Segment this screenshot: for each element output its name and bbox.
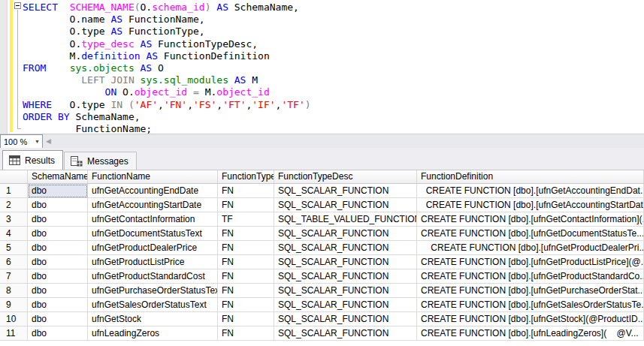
cell-functiontype[interactable]: FN [218, 298, 274, 312]
row-number[interactable]: 2 [0, 198, 28, 212]
row-number[interactable]: 10 [0, 312, 28, 326]
cell-functionname[interactable]: ufnLeadingZeros [88, 326, 218, 341]
cell-functionname[interactable]: ufnGetProductListPrice [88, 255, 218, 269]
cell-functiontype[interactable]: FN [218, 198, 274, 212]
cell-functiontypedesc[interactable]: SQL_TABLE_VALUED_FUNCTION [274, 212, 417, 227]
code-line[interactable]: M.definition AS FunctionDefinition [23, 50, 311, 62]
sql-editor[interactable]: SELECT SCHEMA_NAME(O.schema_id) AS Schem… [0, 0, 644, 134]
cell-schemaname[interactable]: dbo [28, 212, 88, 227]
cell-functiondefinition[interactable]: CREATE FUNCTION [dbo].[ufnGetDocumentSta… [417, 227, 644, 241]
tab-messages-label: Messages [87, 156, 128, 167]
cell-functionname[interactable]: ufnGetAccountingEndDate [88, 184, 218, 198]
cell-functiontypedesc[interactable]: SQL_SCALAR_FUNCTION [274, 198, 417, 212]
row-number[interactable]: 8 [0, 284, 28, 298]
cell-functiontype[interactable]: FN [218, 184, 274, 198]
cell-schemaname[interactable]: dbo [28, 198, 88, 212]
cell-functiontypedesc[interactable]: SQL_SCALAR_FUNCTION [274, 269, 417, 284]
row-number[interactable]: 5 [0, 241, 28, 255]
cell-functiontype[interactable]: FN [218, 255, 274, 269]
cell-functiontypedesc[interactable]: SQL_SCALAR_FUNCTION [274, 241, 417, 255]
cell-schemaname[interactable]: dbo [28, 284, 88, 298]
cell-functionname[interactable]: ufnGetStock [88, 312, 218, 326]
code-line[interactable]: LEFT JOIN sys.sql_modules AS M [23, 74, 311, 86]
results-grid-icon [9, 155, 20, 165]
cell-functionname[interactable]: ufnGetPurchaseOrderStatusText [88, 284, 218, 298]
scrollbar-left-arrow-icon[interactable]: ◀ [46, 137, 51, 146]
cell-functiontype[interactable]: FN [218, 227, 274, 241]
horizontal-scrollbar[interactable] [45, 135, 644, 148]
ssms-query-window: SELECT SCHEMA_NAME(O.schema_id) AS Schem… [0, 0, 644, 346]
zoom-dropdown[interactable]: 100 % ▼ [0, 134, 43, 149]
code-line[interactable]: SELECT SCHEMA_NAME(O.schema_id) AS Schem… [23, 2, 311, 14]
cell-functiondefinition[interactable]: CREATE FUNCTION [dbo].[ufnGetProductList… [417, 255, 644, 269]
cell-functiontype[interactable]: FN [218, 284, 274, 298]
cell-functionname[interactable]: ufnGetSalesOrderStatusText [88, 298, 218, 312]
cell-functiondefinition[interactable]: CREATE FUNCTION [dbo].[ufnGetContactInfo… [417, 212, 644, 227]
cell-functiondefinition[interactable]: CREATE FUNCTION [dbo].[ufnGetProductStan… [417, 269, 644, 284]
cell-functiontypedesc[interactable]: SQL_SCALAR_FUNCTION [274, 312, 417, 326]
cell-schemaname[interactable]: dbo [28, 227, 88, 241]
code-line[interactable]: FROM sys.objects AS O [23, 62, 311, 74]
column-header-schemaname[interactable]: SchemaName [28, 170, 88, 183]
cell-functiondefinition[interactable]: CREATE FUNCTION [dbo].[ufnGetPurchaseOrd… [417, 284, 644, 298]
code-line[interactable]: O.type AS FunctionType, [23, 26, 311, 38]
cell-functiondefinition[interactable]: CREATE FUNCTION [dbo].[ufnGetStock](@Pro… [417, 312, 644, 326]
table-row: 8dboufnGetPurchaseOrderStatusTextFNSQL_S… [0, 284, 644, 298]
cell-functionname[interactable]: ufnGetProductStandardCost [88, 269, 218, 284]
row-number[interactable]: 6 [0, 255, 28, 269]
sql-code[interactable]: SELECT SCHEMA_NAME(O.schema_id) AS Schem… [23, 2, 311, 135]
cell-functiontypedesc[interactable]: SQL_SCALAR_FUNCTION [274, 284, 417, 298]
cell-functiontype[interactable]: FN [218, 241, 274, 255]
cell-functionname[interactable]: ufnGetContactInformation [88, 212, 218, 227]
cell-functiontypedesc[interactable]: SQL_SCALAR_FUNCTION [274, 326, 417, 341]
grid-corner-header[interactable] [0, 170, 28, 183]
table-row: 3dboufnGetContactInformationTFSQL_TABLE_… [0, 212, 644, 227]
grid-body: 1dboufnGetAccountingEndDateFNSQL_SCALAR_… [0, 184, 644, 341]
row-number[interactable]: 3 [0, 212, 28, 227]
code-line[interactable]: O.name AS FunctionName, [23, 14, 311, 26]
row-number[interactable]: 4 [0, 227, 28, 241]
cell-functiontype[interactable]: FN [218, 312, 274, 326]
cell-functiontype[interactable]: TF [218, 212, 274, 227]
cell-functiondefinition[interactable]: CREATE FUNCTION [dbo].[ufnLeadingZeros](… [417, 326, 644, 341]
messages-icon [71, 156, 83, 167]
cell-functiondefinition[interactable]: CREATE FUNCTION [dbo].[ufnGetSalesOrderS… [417, 298, 644, 312]
cell-functiondefinition[interactable]: CREATE FUNCTION [dbo].[ufnGetAccountingE… [417, 184, 644, 198]
row-number[interactable]: 1 [0, 184, 28, 198]
cell-functiontypedesc[interactable]: SQL_SCALAR_FUNCTION [274, 255, 417, 269]
cell-functionname[interactable]: ufnGetAccountingStartDate [88, 198, 218, 212]
row-number[interactable]: 9 [0, 298, 28, 312]
cell-schemaname[interactable]: dbo [28, 326, 88, 341]
collapse-region-icon[interactable] [14, 2, 21, 9]
cell-functiontypedesc[interactable]: SQL_SCALAR_FUNCTION [274, 298, 417, 312]
code-line[interactable]: ON O.object_id = M.object_id [23, 86, 311, 98]
row-number[interactable]: 7 [0, 269, 28, 284]
cell-functiondefinition[interactable]: CREATE FUNCTION [dbo].[ufnGetProductDeal… [417, 241, 644, 255]
cell-functiontype[interactable]: FN [218, 326, 274, 341]
column-header-functionname[interactable]: FunctionName [88, 170, 218, 183]
cell-schemaname[interactable]: dbo [28, 298, 88, 312]
code-line[interactable]: O.type_desc AS FunctionTypeDesc, [23, 38, 311, 50]
grid-header-row: SchemaNameFunctionNameFunctionTypeFuncti… [0, 170, 644, 184]
tab-results[interactable]: Results [2, 150, 63, 170]
cell-functiontypedesc[interactable]: SQL_SCALAR_FUNCTION [274, 184, 417, 198]
tab-results-label: Results [25, 155, 55, 166]
row-number[interactable]: 11 [0, 326, 28, 341]
column-header-functiondefinition[interactable]: FunctionDefinition [417, 170, 644, 183]
cell-functiontypedesc[interactable]: SQL_SCALAR_FUNCTION [274, 227, 417, 241]
cell-schemaname[interactable]: dbo [28, 241, 88, 255]
cell-schemaname[interactable]: dbo [28, 269, 88, 284]
table-row: 5dboufnGetProductDealerPriceFNSQL_SCALAR… [0, 241, 644, 255]
cell-functiontype[interactable]: FN [218, 269, 274, 284]
code-line[interactable]: ORDER BY SchemaName, [23, 111, 311, 123]
cell-functiondefinition[interactable]: CREATE FUNCTION [dbo].[ufnGetAccountingS… [417, 198, 644, 212]
code-line[interactable]: WHERE O.type IN ('AF','FN','FS','FT','IF… [23, 99, 311, 111]
column-header-functiontype[interactable]: FunctionType [218, 170, 274, 183]
column-header-functiontypedesc[interactable]: FunctionTypeDesc [274, 170, 417, 183]
cell-schemaname[interactable]: dbo [28, 184, 88, 198]
cell-schemaname[interactable]: dbo [28, 255, 88, 269]
cell-functionname[interactable]: ufnGetDocumentStatusText [88, 227, 218, 241]
tab-messages[interactable]: Messages [64, 152, 137, 170]
cell-schemaname[interactable]: dbo [28, 312, 88, 326]
cell-functionname[interactable]: ufnGetProductDealerPrice [88, 241, 218, 255]
